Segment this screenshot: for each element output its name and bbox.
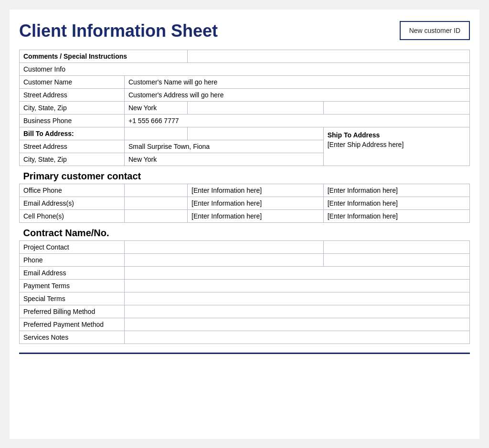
payment-terms-row: Payment Terms — [20, 280, 470, 292]
cell-phone-row: Cell Phone(s) [Enter Information here] [… — [20, 210, 470, 223]
street-address-value[interactable]: Customer's Address will go here — [125, 89, 470, 102]
contract-heading: Contract Name/No. — [20, 223, 470, 241]
email-address-empty[interactable] — [125, 197, 188, 210]
ship-to-label: Ship To Address — [328, 131, 466, 139]
phone-extra[interactable] — [323, 254, 469, 267]
bill-to-label: Bill To Address: — [20, 127, 125, 140]
preferred-billing-label: Preferred Billing Method — [20, 305, 125, 318]
bill-to-empty2[interactable] — [188, 127, 324, 140]
preferred-billing-row: Preferred Billing Method — [20, 305, 470, 318]
phone-row: Phone — [20, 254, 470, 267]
bill-to-city-label: City, State, Zip — [20, 153, 125, 166]
new-customer-button[interactable]: New customer ID — [400, 21, 470, 40]
bill-to-street-label: Street Address — [20, 140, 125, 153]
project-contact-label: Project Contact — [20, 241, 125, 254]
phone-label: Phone — [20, 254, 125, 267]
services-notes-value[interactable] — [125, 331, 470, 344]
main-table: Comments / Special Instructions Customer… — [19, 50, 470, 344]
special-terms-value[interactable] — [125, 292, 470, 305]
preferred-payment-row: Preferred Payment Method — [20, 318, 470, 331]
preferred-payment-value[interactable] — [125, 318, 470, 331]
email-row: Email Address — [20, 267, 470, 280]
city-state-zip-row: City, State, Zip New York — [20, 102, 470, 115]
office-phone-value2[interactable]: [Enter Information here] — [323, 184, 469, 197]
comments-row: Comments / Special Instructions — [20, 50, 470, 63]
primary-contact-heading-row: Primary customer contact — [20, 166, 470, 184]
city-state-zip-extra1[interactable] — [188, 102, 324, 115]
payment-terms-label: Payment Terms — [20, 280, 125, 292]
customer-info-header-row: Customer Info — [20, 63, 470, 76]
cell-phone-value2[interactable]: [Enter Information here] — [323, 210, 469, 223]
office-phone-label: Office Phone — [20, 184, 125, 197]
comments-label: Comments / Special Instructions — [20, 50, 188, 63]
customer-name-label: Customer Name — [20, 76, 125, 89]
project-contact-row: Project Contact — [20, 241, 470, 254]
street-address-label: Street Address — [20, 89, 125, 102]
preferred-payment-label: Preferred Payment Method — [20, 318, 125, 331]
customer-name-row: Customer Name Customer's Name will go he… — [20, 76, 470, 89]
city-state-zip-label: City, State, Zip — [20, 102, 125, 115]
project-contact-value[interactable] — [125, 241, 324, 254]
ship-to-block: Ship To Address [Enter Ship Address here… — [323, 127, 469, 166]
email-address-value1[interactable]: [Enter Information here] — [188, 197, 324, 210]
cell-phone-empty[interactable] — [125, 210, 188, 223]
bill-to-empty1[interactable] — [125, 127, 188, 140]
cell-phone-label: Cell Phone(s) — [20, 210, 125, 223]
special-terms-label: Special Terms — [20, 292, 125, 305]
ship-to-value[interactable]: [Enter Ship Address here] — [328, 141, 466, 148]
business-phone-value[interactable]: +1 555 666 7777 — [125, 115, 470, 127]
business-phone-label: Business Phone — [20, 115, 125, 127]
page-header: Client Information Sheet New customer ID — [19, 21, 470, 41]
services-notes-row: Services Notes — [20, 331, 470, 344]
email-address-value2[interactable]: [Enter Information here] — [323, 197, 469, 210]
office-phone-empty[interactable] — [125, 184, 188, 197]
bill-ship-header-row: Bill To Address: Ship To Address [Enter … — [20, 127, 470, 140]
street-address-row: Street Address Customer's Address will g… — [20, 89, 470, 102]
special-terms-row: Special Terms — [20, 292, 470, 305]
office-phone-row: Office Phone [Enter Information here] [E… — [20, 184, 470, 197]
bill-to-city-value[interactable]: New York — [125, 153, 324, 166]
email-address-row: Email Address(s) [Enter Information here… — [20, 197, 470, 210]
office-phone-value1[interactable]: [Enter Information here] — [188, 184, 324, 197]
project-contact-extra[interactable] — [323, 241, 469, 254]
page: Client Information Sheet New customer ID… — [10, 10, 479, 439]
payment-terms-value[interactable] — [125, 280, 470, 292]
comments-value[interactable] — [188, 50, 470, 63]
preferred-billing-value[interactable] — [125, 305, 470, 318]
email-address-label: Email Address(s) — [20, 197, 125, 210]
cell-phone-value1[interactable]: [Enter Information here] — [188, 210, 324, 223]
primary-contact-heading: Primary customer contact — [20, 166, 470, 184]
city-state-zip-extra2[interactable] — [323, 102, 469, 115]
contract-heading-row: Contract Name/No. — [20, 223, 470, 241]
customer-name-value[interactable]: Customer's Name will go here — [125, 76, 470, 89]
bill-to-street-value[interactable]: Small Surprise Town, Fiona — [125, 140, 324, 153]
phone-value[interactable] — [125, 254, 324, 267]
city-state-zip-value[interactable]: New York — [125, 102, 188, 115]
services-notes-label: Services Notes — [20, 331, 125, 344]
bottom-divider — [19, 353, 470, 354]
page-title: Client Information Sheet — [19, 21, 218, 41]
business-phone-row: Business Phone +1 555 666 7777 — [20, 115, 470, 127]
email-label: Email Address — [20, 267, 125, 280]
email-value[interactable] — [125, 267, 470, 280]
customer-info-section-title: Customer Info — [20, 63, 470, 76]
